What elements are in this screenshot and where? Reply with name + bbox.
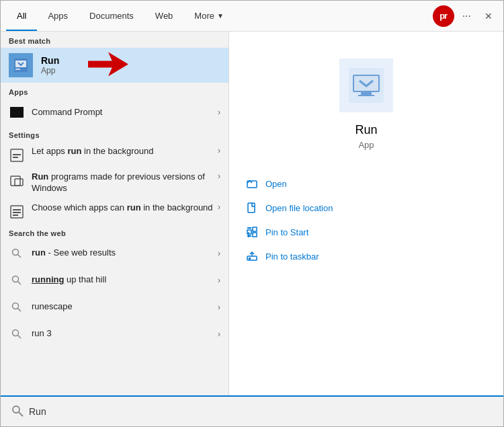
svg-point-20 — [13, 329, 19, 336]
svg-rect-7 — [13, 157, 18, 158]
svg-line-21 — [18, 335, 22, 338]
run-app-right-title: Run — [355, 123, 377, 137]
action-list: Open Open file location — [229, 171, 503, 268]
svg-rect-6 — [13, 154, 21, 155]
red-arrow-svg — [88, 52, 128, 77]
close-button[interactable]: ✕ — [479, 8, 498, 24]
cmd-item[interactable]: Command Prompt › — [1, 99, 228, 126]
open-icon — [245, 177, 259, 190]
svg-line-39 — [19, 412, 23, 416]
web-run-label: run - See web results — [32, 247, 218, 259]
svg-rect-24 — [354, 76, 378, 91]
more-options-button[interactable]: ··· — [458, 7, 475, 25]
svg-rect-32 — [253, 233, 257, 237]
svg-line-15 — [18, 254, 22, 258]
svg-point-16 — [13, 276, 19, 282]
svg-rect-26 — [358, 95, 374, 96]
settings-section-header: Settings — [1, 126, 228, 142]
settings-choose-apps[interactable]: Choose which apps can run in the backgro… — [1, 198, 228, 224]
run-app-text: Run App — [41, 55, 59, 75]
svg-point-14 — [13, 249, 19, 255]
tab-more[interactable]: More ▼ — [183, 1, 235, 31]
web-section-header: Search the web — [1, 224, 228, 240]
run-app-large-icon — [339, 59, 393, 112]
settings-bg-chevron-icon: › — [218, 146, 220, 155]
action-pin-start[interactable]: Pin to Start — [243, 220, 490, 244]
tab-documents[interactable]: Documents — [79, 1, 144, 31]
avatar[interactable]: pr — [433, 5, 454, 27]
settings-icon-2 — [9, 173, 25, 189]
tab-web[interactable]: Web — [144, 1, 184, 31]
cmd-chevron-icon: › — [218, 108, 220, 117]
web-run-item[interactable]: run - See web results › — [1, 240, 228, 267]
tab-web-label: Web — [155, 11, 173, 21]
red-arrow-indicator — [88, 52, 128, 79]
left-panel: Best match Run App — [1, 32, 229, 395]
apps-section-header: Apps — [1, 83, 228, 99]
svg-rect-4 — [88, 61, 114, 68]
settings-bg-apps-label: Let apps run in the background — [32, 146, 218, 157]
best-match-header: Best match — [1, 32, 228, 48]
tab-apps[interactable]: Apps — [37, 1, 79, 31]
web-running-chevron-icon: › — [218, 276, 220, 285]
search-bar-icon — [11, 405, 24, 419]
action-open-file[interactable]: Open file location — [243, 196, 490, 220]
tab-more-label: More — [194, 11, 214, 21]
nav-right-controls: pr ··· ✕ — [433, 5, 503, 27]
main-content: Best match Run App — [1, 32, 503, 395]
pin-taskbar-label: Pin to taskbar — [265, 251, 319, 262]
svg-rect-13 — [13, 215, 18, 216]
web-runescape-label: runescape — [32, 301, 218, 313]
web-running-label: running up that hill — [32, 274, 218, 286]
web-running-item[interactable]: running up that hill › — [1, 267, 228, 294]
settings-choose-chevron-icon: › — [218, 202, 220, 212]
svg-rect-28 — [248, 203, 255, 212]
tab-apps-label: Apps — [48, 11, 68, 21]
svg-rect-12 — [13, 212, 21, 213]
svg-point-18 — [13, 303, 19, 309]
cmd-label: Command Prompt — [32, 107, 218, 118]
svg-rect-33 — [247, 235, 251, 237]
settings-bg-apps[interactable]: Let apps run in the background › — [1, 142, 228, 167]
settings-run-programs[interactable]: Run programs made for previous versions … — [1, 167, 228, 198]
web-run-chevron-icon: › — [218, 249, 220, 258]
web-run3-item[interactable]: run 3 › — [1, 321, 228, 348]
settings-run-programs-label: Run programs made for previous versions … — [32, 171, 218, 194]
svg-rect-8 — [11, 176, 20, 186]
svg-line-17 — [18, 281, 22, 284]
run-app-right-type: App — [358, 140, 374, 150]
best-match-run[interactable]: Run App — [1, 48, 228, 83]
open-file-label: Open file location — [265, 203, 333, 213]
settings-icon-1 — [9, 147, 25, 163]
svg-rect-11 — [13, 209, 21, 210]
web-run3-chevron-icon: › — [218, 329, 220, 339]
web-runescape-chevron-icon: › — [218, 303, 220, 312]
search-input[interactable] — [29, 406, 493, 417]
search-bar — [1, 395, 503, 426]
svg-rect-31 — [247, 227, 251, 229]
web-runescape-item[interactable]: runescape › — [1, 294, 228, 321]
action-open[interactable]: Open — [243, 171, 490, 196]
settings-run-chevron-icon: › — [218, 171, 220, 181]
settings-icon-3 — [9, 204, 25, 220]
cmd-icon — [10, 107, 24, 118]
search-web-icon-3 — [9, 299, 25, 315]
svg-rect-30 — [253, 227, 257, 231]
tab-all[interactable]: All — [6, 1, 37, 31]
pin-taskbar-icon — [245, 249, 259, 263]
tab-documents-label: Documents — [89, 11, 134, 21]
svg-point-38 — [13, 406, 19, 413]
run-app-title: Run — [41, 55, 59, 66]
svg-rect-2 — [15, 69, 20, 70]
top-nav: All Apps Documents Web More ▼ pr ··· ✕ — [1, 1, 503, 32]
settings-choose-label: Choose which apps can run in the backgro… — [32, 202, 218, 214]
search-web-icon-4 — [9, 326, 25, 342]
web-run3-label: run 3 — [32, 328, 218, 340]
svg-rect-25 — [361, 92, 372, 95]
file-icon — [245, 201, 259, 215]
start-menu-window: All Apps Documents Web More ▼ pr ··· ✕ — [0, 0, 504, 427]
nav-tabs: All Apps Documents Web More ▼ — [6, 1, 433, 31]
svg-line-19 — [18, 308, 22, 311]
pin-start-label: Pin to Start — [265, 227, 308, 237]
action-pin-taskbar[interactable]: Pin to taskbar — [243, 244, 490, 268]
